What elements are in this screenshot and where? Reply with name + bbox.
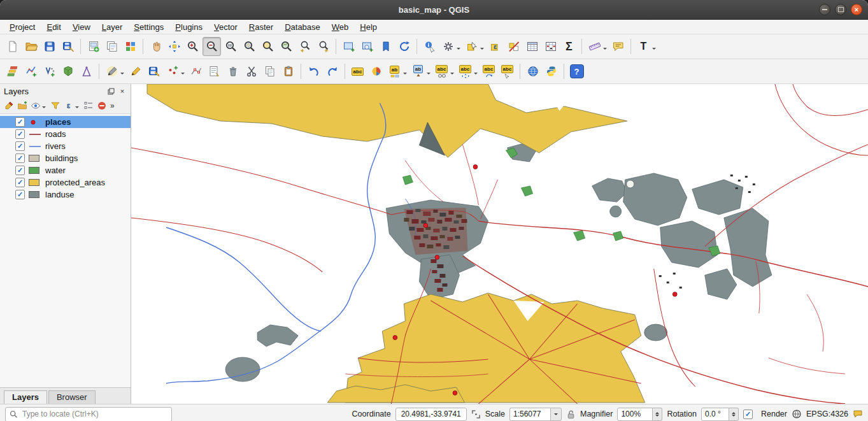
highlight-labels-icon[interactable]: abc bbox=[433, 62, 450, 80]
show-bookmarks-icon[interactable] bbox=[377, 38, 394, 55]
copy-features-icon[interactable] bbox=[261, 62, 278, 80]
zoom-to-layer-icon[interactable] bbox=[278, 38, 295, 55]
menu-web[interactable]: Web bbox=[326, 21, 355, 33]
select-features-dropdown[interactable] bbox=[480, 48, 484, 52]
measure-line-icon[interactable] bbox=[586, 38, 603, 55]
pin-labels-dropdown[interactable] bbox=[427, 73, 430, 76]
rotate-label-icon[interactable]: abc bbox=[480, 62, 497, 80]
layer-checkbox-landuse[interactable]: ✓ bbox=[15, 190, 25, 199]
crs-icon[interactable] bbox=[792, 409, 802, 419]
show-layout-manager-icon[interactable] bbox=[103, 38, 120, 55]
title-bar[interactable]: basic_map - QGIS × bbox=[0, 0, 868, 20]
labeling-options-icon[interactable]: ab bbox=[386, 62, 403, 80]
open-project-icon[interactable] bbox=[22, 38, 39, 55]
zoom-next-icon[interactable] bbox=[315, 38, 332, 55]
add-vector-layer-icon[interactable] bbox=[22, 62, 39, 80]
layer-row-protected-areas[interactable]: ✓ protected_areas bbox=[0, 176, 131, 189]
magnifier-spinbox[interactable]: 100% bbox=[617, 408, 662, 421]
lock-scale-icon[interactable] bbox=[566, 410, 576, 419]
toggle-editing-icon[interactable] bbox=[127, 62, 144, 80]
current-edits-dropdown[interactable] bbox=[120, 73, 124, 76]
minimize-button[interactable] bbox=[819, 4, 830, 15]
labeling-options-dropdown[interactable] bbox=[403, 73, 407, 76]
open-layer-styling-icon[interactable] bbox=[3, 100, 15, 112]
paste-features-icon[interactable] bbox=[280, 62, 297, 80]
vertex-tool-icon[interactable] bbox=[187, 62, 204, 80]
layer-row-rivers[interactable]: ✓ rivers bbox=[0, 140, 131, 152]
menu-help[interactable]: Help bbox=[354, 21, 383, 33]
map-canvas[interactable] bbox=[131, 84, 868, 404]
change-label-icon[interactable]: abc bbox=[499, 62, 516, 80]
redo-icon[interactable] bbox=[324, 62, 341, 80]
locate-box[interactable] bbox=[5, 407, 172, 421]
zoom-native-icon[interactable] bbox=[222, 38, 239, 55]
menu-plugins[interactable]: Plugins bbox=[169, 21, 208, 33]
statistical-summary-icon[interactable]: Σ bbox=[560, 38, 578, 55]
manage-map-themes-icon[interactable] bbox=[29, 100, 41, 112]
text-annotation-dropdown[interactable] bbox=[652, 48, 656, 52]
undo-icon[interactable] bbox=[305, 62, 322, 80]
measure-dropdown[interactable] bbox=[603, 48, 607, 52]
open-attribute-table-icon[interactable] bbox=[523, 38, 541, 55]
zoom-last-icon[interactable] bbox=[296, 38, 313, 55]
select-by-expression-icon[interactable]: ε bbox=[487, 38, 504, 55]
scale-value[interactable]: 1:56077 bbox=[509, 408, 550, 421]
metasearch-icon[interactable] bbox=[524, 62, 541, 80]
menu-edit[interactable]: Edit bbox=[41, 21, 66, 33]
pan-map-icon[interactable] bbox=[147, 38, 164, 55]
cut-features-icon[interactable] bbox=[243, 62, 260, 80]
open-data-source-manager-icon[interactable] bbox=[4, 62, 21, 80]
add-point-feature-icon[interactable] bbox=[164, 62, 181, 80]
magnifier-spin-arrows[interactable] bbox=[653, 408, 662, 421]
zoom-out-icon[interactable] bbox=[203, 37, 221, 56]
deselect-all-icon[interactable] bbox=[505, 38, 522, 55]
layer-diagram-icon[interactable] bbox=[367, 62, 385, 80]
rotation-spinbox[interactable]: 0.0 ° bbox=[701, 408, 739, 421]
layer-checkbox-buildings[interactable]: ✓ bbox=[15, 153, 25, 163]
layer-row-water[interactable]: ✓ water bbox=[0, 164, 131, 176]
render-checkbox[interactable]: ✓ bbox=[743, 410, 753, 419]
new-project-icon[interactable] bbox=[4, 38, 21, 55]
map-themes-dropdown[interactable] bbox=[42, 106, 46, 110]
crs-status[interactable]: EPSG:4326 bbox=[806, 410, 848, 418]
remove-layer-icon[interactable] bbox=[96, 100, 108, 112]
maximize-button[interactable] bbox=[835, 4, 846, 15]
help-icon[interactable]: ? bbox=[568, 62, 585, 80]
coordinate-input[interactable] bbox=[395, 408, 467, 421]
select-features-icon[interactable] bbox=[463, 38, 480, 55]
layer-labeling-icon[interactable]: abc bbox=[349, 62, 366, 80]
new-shapefile-layer-icon[interactable] bbox=[41, 62, 58, 80]
menu-database[interactable]: Database bbox=[279, 21, 326, 33]
layer-row-places[interactable]: ✓ places bbox=[0, 116, 131, 128]
rotation-value[interactable]: 0.0 ° bbox=[701, 408, 729, 421]
close-button[interactable]: × bbox=[851, 4, 862, 15]
filter-legend-icon[interactable] bbox=[49, 100, 61, 112]
rotation-spin-arrows[interactable] bbox=[729, 408, 739, 421]
layer-row-landuse[interactable]: ✓ landuse bbox=[0, 189, 131, 201]
save-layer-edits-icon[interactable] bbox=[145, 62, 162, 80]
menu-layer[interactable]: Layer bbox=[96, 21, 129, 33]
toggle-extents-icon[interactable] bbox=[471, 410, 481, 419]
current-edits-icon[interactable] bbox=[103, 62, 120, 80]
scale-dropdown-icon[interactable] bbox=[550, 408, 562, 421]
panel-float-icon[interactable] bbox=[106, 87, 115, 96]
style-manager-icon[interactable] bbox=[122, 38, 139, 55]
tab-layers[interactable]: Layers bbox=[4, 390, 47, 404]
text-annotation-icon[interactable]: T bbox=[635, 38, 652, 55]
run-feature-action-icon[interactable] bbox=[439, 38, 457, 55]
move-label-dropdown[interactable] bbox=[474, 73, 478, 76]
new-3d-map-view-icon[interactable] bbox=[359, 38, 376, 55]
advanced-digitizing-icon[interactable] bbox=[78, 62, 95, 80]
layer-checkbox-roads[interactable]: ✓ bbox=[15, 129, 25, 139]
panel-close-icon[interactable]: × bbox=[118, 87, 127, 96]
pin-labels-icon[interactable]: ab bbox=[409, 62, 427, 80]
zoom-to-selection-icon[interactable] bbox=[259, 38, 276, 55]
locate-input[interactable] bbox=[21, 409, 167, 419]
pan-to-selection-icon[interactable] bbox=[166, 38, 183, 55]
messages-icon[interactable] bbox=[853, 409, 863, 419]
layer-checkbox-places[interactable]: ✓ bbox=[15, 117, 25, 127]
layer-row-roads[interactable]: ✓ roads bbox=[0, 128, 131, 140]
refresh-icon[interactable] bbox=[395, 38, 413, 55]
menu-vector[interactable]: Vector bbox=[208, 21, 243, 33]
run-feature-action-dropdown[interactable] bbox=[457, 48, 460, 52]
